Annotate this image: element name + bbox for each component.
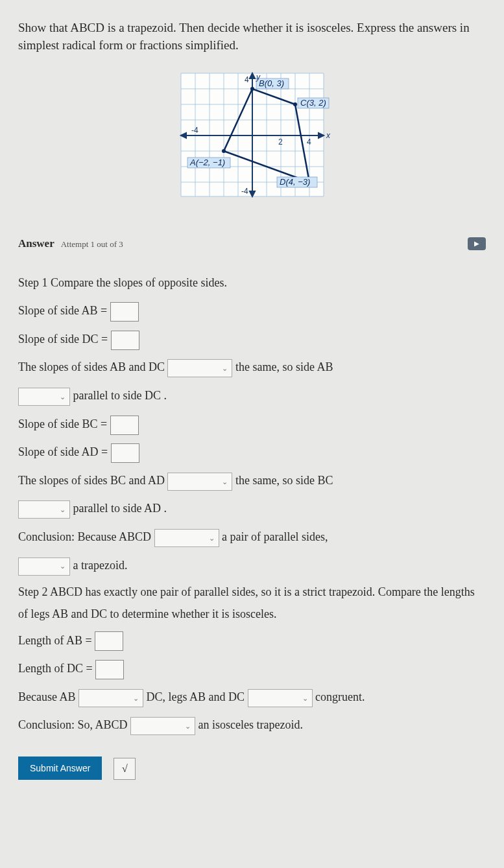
cmp1-pre: The slopes of sides AB and DC: [18, 360, 165, 373]
graph-container: B(0, 3) C(3, 2) A(−2, −1) D(4, −3) 4 -4 …: [18, 67, 486, 203]
chevron-down-icon: ⌄: [60, 558, 66, 574]
axis-y-label: y: [256, 73, 261, 82]
svg-point-30: [293, 102, 297, 106]
par1-text: parallel to side DC .: [73, 389, 167, 402]
tick-y-bottom: -4: [241, 187, 248, 196]
cmp1-select[interactable]: ⌄: [167, 359, 232, 377]
len-dc-label: Length of DC =: [18, 662, 93, 675]
video-icon[interactable]: ▶: [468, 237, 486, 250]
tick-y-top: 4: [245, 75, 249, 84]
chevron-down-icon: ⌄: [302, 690, 308, 706]
svg-point-29: [250, 87, 254, 91]
par1-select[interactable]: ⌄: [18, 388, 70, 406]
sqrt-button[interactable]: √: [114, 758, 136, 780]
because-select1[interactable]: ⌄: [78, 689, 143, 707]
because-pre: Because AB: [18, 690, 75, 703]
tick-x-left: -4: [191, 126, 198, 135]
slope-dc-input[interactable]: [111, 331, 139, 350]
because-post: congruent.: [315, 690, 365, 703]
submit-button[interactable]: Submit Answer: [18, 757, 102, 780]
cmp1-post: the same, so side AB: [235, 360, 333, 373]
chevron-down-icon: ⌄: [60, 502, 66, 517]
concl2-post: an isosceles trapezoid.: [198, 718, 303, 731]
slope-bc-label: Slope of side BC =: [18, 417, 107, 430]
coordinate-graph: B(0, 3) C(3, 2) A(−2, −1) D(4, −3) 4 -4 …: [168, 67, 337, 203]
chevron-down-icon: ⌄: [185, 718, 191, 734]
slope-ab-label: Slope of side AB =: [18, 304, 107, 317]
point-d-label: D(4, −3): [280, 177, 310, 187]
concl1-mid: a pair of parallel sides,: [222, 530, 328, 543]
chevron-down-icon: ⌄: [209, 530, 215, 546]
concl1b-select[interactable]: ⌄: [18, 557, 70, 576]
chevron-down-icon: ⌄: [133, 690, 139, 706]
concl2-select[interactable]: ⌄: [130, 717, 195, 735]
point-b-label: B(0, 3): [259, 78, 284, 88]
len-dc-input[interactable]: [95, 660, 124, 679]
chevron-down-icon: ⌄: [222, 474, 228, 489]
slope-ab-input[interactable]: [110, 302, 139, 322]
point-c-label: C(3, 2): [300, 98, 326, 108]
len-ab-label: Length of AB =: [18, 634, 92, 647]
answer-label: Answer: [18, 237, 54, 250]
slope-ad-input[interactable]: [111, 443, 139, 463]
chevron-down-icon: ⌄: [222, 360, 228, 376]
concl1-post: a trapezoid.: [73, 559, 128, 572]
point-a-label: A(−2, −1): [189, 158, 225, 167]
tick-x-2: 2: [278, 137, 283, 147]
step2-intro: Step 2 ABCD has exactly one pair of para…: [18, 581, 486, 625]
because-select2[interactable]: ⌄: [248, 689, 313, 707]
svg-point-28: [222, 149, 226, 153]
cmp2-post: the same, so side BC: [235, 474, 333, 487]
slope-bc-input[interactable]: [110, 416, 139, 435]
concl1-pre: Conclusion: Because ABCD: [18, 530, 151, 543]
axis-x-label: x: [326, 131, 331, 140]
slope-ad-label: Slope of side AD =: [18, 445, 108, 458]
step1-title: Step 1 Compare the slopes of opposite si…: [18, 270, 486, 296]
concl2-pre: Conclusion: So, ABCD: [18, 718, 128, 731]
par2-text: parallel to side AD .: [73, 502, 167, 515]
tick-x-4: 4: [307, 137, 311, 147]
slope-dc-label: Slope of side DC =: [18, 333, 108, 346]
concl1-select[interactable]: ⌄: [154, 529, 219, 547]
len-ab-input[interactable]: [95, 631, 123, 651]
because-mid: DC, legs AB and DC: [146, 690, 245, 703]
cmp2-pre: The slopes of sides BC and AD: [18, 474, 165, 487]
chevron-down-icon: ⌄: [60, 389, 66, 405]
question-text: Show that ABCD is a trapezoid. Then deci…: [18, 19, 486, 54]
attempt-counter: Attempt 1 out of 3: [61, 239, 123, 249]
par2-select[interactable]: ⌄: [18, 500, 70, 519]
cmp2-select[interactable]: ⌄: [167, 473, 232, 491]
